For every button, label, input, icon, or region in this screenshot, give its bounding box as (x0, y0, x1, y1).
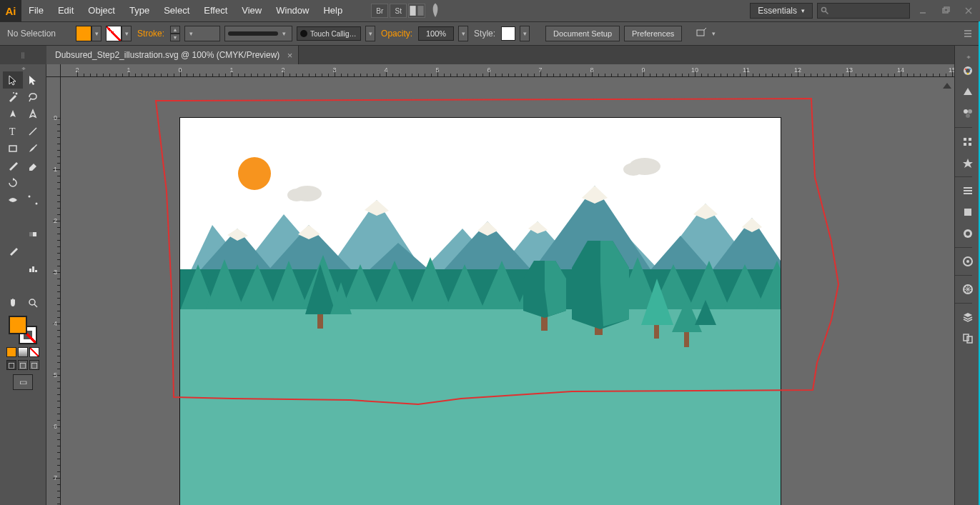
bridge-button[interactable]: Br (371, 4, 388, 18)
tool-selection[interactable] (3, 71, 23, 89)
menu-view[interactable]: View (234, 0, 269, 21)
svg-rect-36 (29, 269, 31, 272)
scroll-up-arrow[interactable] (943, 79, 951, 89)
window-restore-button[interactable] (935, 4, 956, 18)
tool-slice[interactable] (23, 277, 43, 294)
menu-select[interactable]: Select (157, 0, 197, 21)
tabbar-grip[interactable] (0, 46, 46, 64)
tool-lasso[interactable] (23, 89, 43, 106)
panel-graphic-styles[interactable] (955, 279, 981, 300)
tool-zoom[interactable] (23, 294, 43, 311)
arrange-docs-button[interactable] (408, 4, 425, 18)
var-width-profile[interactable] (224, 26, 292, 41)
tool-scale[interactable] (23, 174, 43, 191)
panel-color-guide[interactable] (955, 81, 981, 103)
tool-line-segment[interactable] (23, 123, 43, 140)
panel-artboards[interactable] (955, 328, 981, 349)
canvas[interactable] (61, 77, 954, 505)
window-close-button[interactable] (958, 4, 979, 18)
tab-close-button[interactable]: × (287, 50, 293, 61)
ruler-origin[interactable] (46, 64, 61, 77)
tool-column-graph[interactable] (23, 260, 43, 277)
menu-effect[interactable]: Effect (197, 0, 234, 21)
tool-blend[interactable] (23, 243, 43, 260)
vertical-ruler[interactable]: 01234567 (46, 64, 61, 505)
tool-curvature[interactable] (23, 106, 43, 123)
tool-gradient[interactable] (23, 226, 43, 243)
fill-stroke-indicator[interactable] (9, 316, 37, 344)
workspace-switcher[interactable]: Essentials ▾ (750, 3, 813, 19)
window-minimize-button[interactable] (912, 4, 934, 18)
panel-appearance[interactable] (955, 251, 981, 272)
fill-dropdown[interactable] (91, 26, 102, 41)
color-mode-none[interactable] (29, 347, 39, 357)
tool-direct-selection[interactable] (23, 71, 43, 89)
tool-perspective[interactable] (23, 209, 43, 226)
tool-shape-builder[interactable] (3, 209, 23, 226)
document-setup-button[interactable]: Document Setup (545, 26, 620, 41)
brush-dropdown[interactable] (365, 26, 375, 41)
controlbar-menu[interactable] (961, 27, 974, 40)
menu-window[interactable]: Window (269, 0, 316, 21)
align-to-button[interactable] (695, 27, 708, 40)
panel-transparency[interactable] (955, 223, 981, 244)
stroke-dropdown[interactable] (122, 26, 132, 41)
tool-width[interactable] (3, 191, 23, 209)
tool-rectangle[interactable] (3, 140, 23, 157)
opacity-label[interactable]: Opacity: (380, 29, 414, 39)
panel-brushes[interactable] (955, 131, 981, 152)
panel-symbols[interactable] (955, 152, 981, 174)
menu-help[interactable]: Help (316, 0, 350, 21)
panel-swatches2[interactable] (955, 201, 981, 223)
screen-mode-button[interactable]: ▭ (13, 374, 33, 390)
opacity-input[interactable] (418, 26, 454, 41)
gpu-perf-button[interactable] (427, 4, 444, 18)
tool-paintbrush[interactable] (23, 140, 43, 157)
tool-rotate[interactable] (3, 174, 23, 191)
fill-swatch[interactable] (76, 26, 91, 41)
panel-swatches[interactable] (955, 103, 981, 124)
panel-stroke[interactable] (955, 180, 981, 201)
color-mode-gradient[interactable] (18, 347, 28, 357)
tool-eyedropper[interactable] (3, 243, 23, 260)
tool-mesh[interactable] (3, 226, 23, 243)
tool-pen[interactable] (3, 106, 23, 123)
brush-definition[interactable]: Touch Callig… (297, 26, 361, 41)
zoom-icon (27, 297, 39, 309)
tool-free-transform[interactable] (23, 191, 43, 209)
draw-behind[interactable]: ◻ (18, 360, 28, 370)
tool-eraser[interactable] (23, 157, 43, 174)
panel-layers[interactable] (955, 306, 981, 328)
style-dropdown[interactable] (520, 26, 530, 41)
menu-edit[interactable]: Edit (51, 0, 81, 21)
width-icon (7, 194, 19, 206)
preferences-button[interactable]: Preferences (624, 26, 682, 41)
fill-color-indicator[interactable] (9, 316, 27, 334)
tool-type[interactable]: T (3, 123, 23, 140)
stroke-label[interactable]: Stroke: (136, 29, 166, 39)
menu-type[interactable]: Type (122, 0, 157, 21)
draw-normal[interactable]: ◻ (6, 360, 16, 370)
tool-artboard[interactable] (3, 277, 23, 294)
tool-pencil[interactable] (3, 157, 23, 174)
tools-grip[interactable] (0, 64, 46, 71)
document-tab[interactable]: Dubsured_Step2_illustration.svg @ 100% (… (46, 46, 299, 64)
strip-grip[interactable] (955, 53, 980, 60)
tool-hand[interactable] (3, 294, 23, 311)
menu-object[interactable]: Object (81, 0, 122, 21)
draw-inside[interactable]: ◻ (29, 360, 39, 370)
stock-button[interactable]: St (390, 4, 407, 18)
search-input[interactable] (817, 3, 910, 19)
panel-color[interactable] (955, 60, 981, 81)
tool-magic-wand[interactable] (3, 89, 23, 106)
stroke-weight-spinner[interactable]: ▲▼ (170, 26, 180, 41)
tool-symbol-sprayer[interactable] (3, 260, 23, 277)
graphic-style-swatch[interactable] (501, 26, 515, 41)
horizontal-ruler[interactable]: 210123456789101112131415 (61, 64, 954, 77)
menu-file[interactable]: File (21, 0, 51, 21)
stroke-weight-dropdown[interactable] (184, 26, 220, 41)
eyedropper-icon (7, 246, 19, 257)
color-mode-solid[interactable] (6, 347, 16, 357)
stroke-swatch[interactable] (106, 26, 122, 41)
opacity-dropdown[interactable] (458, 26, 468, 41)
